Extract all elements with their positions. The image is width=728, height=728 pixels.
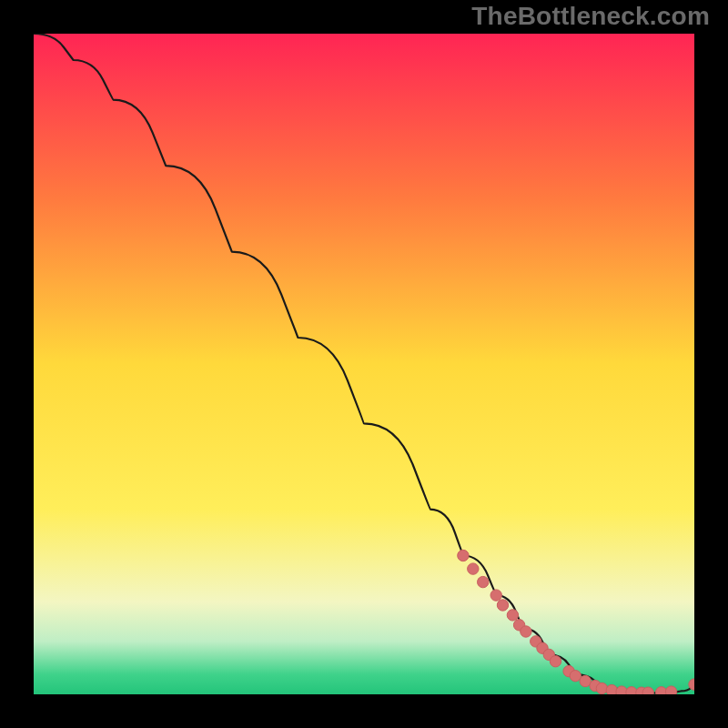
data-marker <box>596 682 607 693</box>
chart-stage: TheBottleneck.com <box>0 0 728 728</box>
data-marker <box>570 671 581 682</box>
data-marker <box>478 576 489 587</box>
data-marker <box>642 687 653 694</box>
bottleneck-curve <box>34 34 694 694</box>
data-marker <box>490 590 501 601</box>
data-marker <box>665 686 676 694</box>
data-marker <box>468 563 479 574</box>
plot-area <box>34 34 694 694</box>
data-marker <box>497 600 508 611</box>
data-marker <box>507 610 518 621</box>
curve-path <box>34 34 694 693</box>
data-marker <box>550 656 561 667</box>
watermark-text: TheBottleneck.com <box>471 2 710 31</box>
data-marker <box>458 550 469 561</box>
curve-markers <box>458 550 694 694</box>
data-marker <box>521 626 531 637</box>
